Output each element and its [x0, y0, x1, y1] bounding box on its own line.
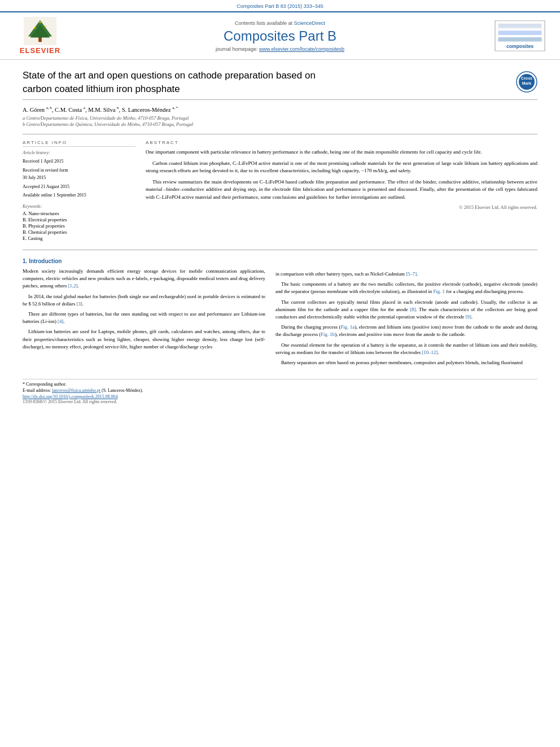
svg-text:Cross: Cross [521, 76, 532, 80]
fig1a-link[interactable]: Fig. 1a [340, 324, 355, 330]
fig1-link[interactable]: Fig. 1 [433, 289, 445, 294]
svg-point-6 [40, 21, 41, 23]
intro-section-title: 1. Introduction [23, 258, 265, 264]
elsevier-logo-section: ELSEVIER [9, 17, 71, 55]
ref-4[interactable]: [4] [58, 318, 63, 324]
article-title: State of the art and open questions on c… [23, 69, 507, 96]
accepted-date: Accepted 21 August 2015 [23, 183, 135, 191]
svg-text:Mark: Mark [522, 81, 531, 85]
journal-name: Composites Part B [71, 28, 489, 44]
ref-8[interactable]: [8] [410, 307, 415, 312]
svg-rect-12 [498, 37, 541, 42]
journal-title-section: Contents lists available at ScienceDirec… [71, 20, 489, 52]
body-right-col: in comparison with other battery types, … [275, 256, 537, 370]
issn-line: 1359-8368/© 2015 Elsevier Ltd. All right… [23, 399, 537, 404]
affil-b: b Centro/Departamento de Química, Univer… [23, 121, 537, 127]
intro-text-left: Modern society increasingly demands effi… [23, 268, 265, 351]
keyword-5: E. Casting [23, 235, 135, 241]
right-p4: During the charging process (Fig. 1a), e… [275, 324, 537, 338]
right-p1: in comparison with other battery types, … [275, 270, 537, 278]
ref-9[interactable]: [9] [466, 314, 471, 320]
keyword-1: A. Nano-structures [23, 211, 135, 216]
affil-a: a Centro/Departamento de Física, Univers… [23, 115, 537, 121]
article-title-section: State of the art and open questions on c… [23, 69, 537, 100]
composites-logo-img: composites [495, 21, 545, 51]
svg-text:composites: composites [506, 43, 533, 49]
journal-header: ELSEVIER Contents lists available at Sci… [0, 11, 560, 60]
article-area: State of the art and open questions on c… [0, 60, 560, 242]
article-info-abstract: Article Info Article history: Received 1… [23, 134, 537, 242]
email-line: E-mail address: lanceros@fisica.uminho.p… [23, 388, 537, 393]
keyword-2: B. Electrical properties [23, 217, 135, 222]
copyright-line: © 2015 Elsevier Ltd. All rights reserved… [146, 204, 537, 210]
intro-p3: There are different types of batteries, … [23, 311, 265, 325]
homepage-line: journal homepage: www.elsevier.com/locat… [71, 46, 489, 52]
abstract-text: One important component with particular … [146, 148, 537, 201]
sciencedirect-link[interactable]: ScienceDirect [294, 20, 326, 26]
main-body: 1. Introduction Modern society increasin… [0, 250, 560, 375]
abstract-p2: Carbon coated lithium iron phosphate, C–… [146, 160, 537, 175]
ref-1-2[interactable]: [1,2] [68, 283, 78, 289]
history-label: Article history: [23, 150, 135, 155]
sciencedirect-line: Contents lists available at ScienceDirec… [71, 20, 489, 26]
revised-label: Received in revised form [23, 167, 135, 174]
abstract-header: Abstract [146, 140, 537, 145]
doi-link[interactable]: http://dx.doi.org/10.1016/j.compositesb.… [23, 394, 118, 399]
right-p3: The current collectors are typically met… [275, 299, 537, 321]
ref-5-7[interactable]: [5–7] [406, 271, 417, 277]
crossmark-icon: Cross Mark [516, 71, 537, 93]
abstract-col: Abstract One important component with pa… [146, 140, 537, 242]
keywords-section: Keywords: A. Nano-structures B. Electric… [23, 204, 135, 241]
svg-point-5 [45, 26, 46, 28]
history-table: Received 1 April 2015 Received in revise… [23, 158, 135, 199]
keyword-3: B. Physical properties [23, 223, 135, 229]
svg-rect-10 [498, 24, 541, 28]
email-link[interactable]: lanceros@fisica.uminho.pt [52, 388, 100, 393]
intro-p4: Lithium-ion batteries are used for Lapto… [23, 328, 265, 351]
svg-rect-11 [498, 30, 541, 35]
footnote-area: * Corresponding author. E-mail address: … [23, 379, 537, 407]
abstract-p3: This review summarizes the main developm… [146, 178, 537, 202]
received-date: Received 1 April 2015 [23, 158, 135, 165]
homepage-link[interactable]: www.elsevier.com/locate/compositesb [259, 46, 344, 52]
keyword-4: B. Chemical properties [23, 229, 135, 235]
elsevier-label: ELSEVIER [20, 46, 60, 55]
composites-logo-section: composites [489, 20, 551, 51]
authors-line: A. Gören a, b, C.M. Costa a, M.M. Silva … [23, 106, 537, 113]
article-info-header: Article Info [23, 140, 135, 147]
crossmark-badge[interactable]: Cross Mark [516, 71, 537, 93]
right-p6: Battery separators are often based on po… [275, 359, 537, 366]
ref-10-12[interactable]: [10–12] [422, 350, 438, 355]
intro-text-right: in comparison with other battery types, … [275, 270, 537, 366]
fig1b-link[interactable]: Fig. 1b [321, 331, 335, 337]
intro-p1: Modern society increasingly demands effi… [23, 268, 265, 290]
intro-p2: In 2014, the total global market for bat… [23, 293, 265, 308]
article-info-col: Article Info Article history: Received 1… [23, 140, 135, 242]
ref-3[interactable]: [3] [77, 301, 82, 307]
doi-line: http://dx.doi.org/10.1016/j.compositesb.… [23, 394, 537, 399]
journal-ref: Composites Part B 83 (2015) 333–345 [0, 0, 560, 11]
keywords-label: Keywords: [23, 204, 135, 209]
corresponding-author: * Corresponding author. [23, 382, 537, 387]
revised-date: 30 July 2015 [23, 174, 135, 182]
right-p2: The basic components of a battery are th… [275, 281, 537, 295]
available-date: Available online 1 September 2015 [23, 191, 135, 199]
svg-point-4 [34, 27, 36, 29]
abstract-p1: One important component with particular … [146, 148, 537, 156]
body-left-col: 1. Introduction Modern society increasin… [23, 256, 265, 370]
elsevier-tree-icon [23, 17, 57, 45]
composites-logo: composites [495, 20, 545, 51]
right-p5: One essential element for the operation … [275, 342, 537, 356]
